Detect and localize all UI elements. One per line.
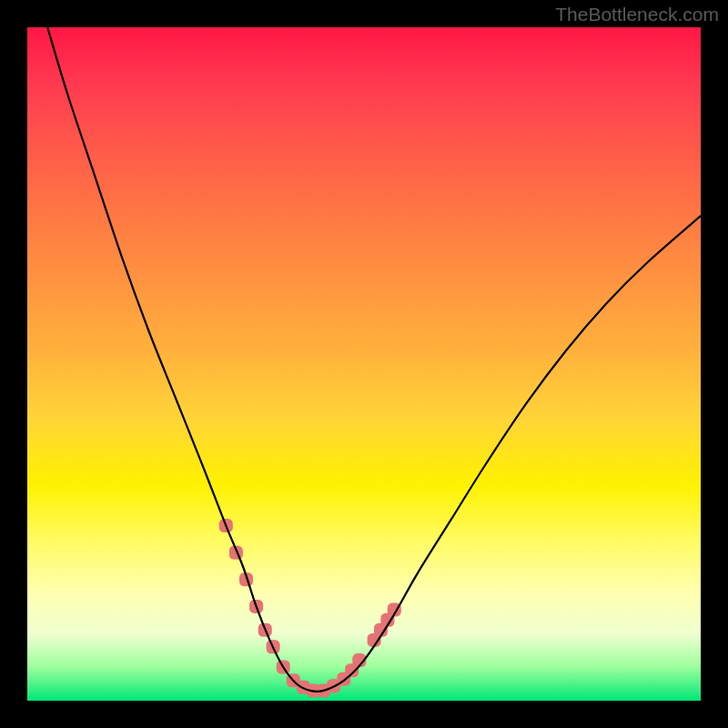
chart-plot-area [27,27,701,701]
watermark-text: TheBottleneck.com [555,4,719,25]
bottleneck-curve [47,27,701,692]
chart-svg [27,27,701,701]
highlight-markers [219,519,401,697]
